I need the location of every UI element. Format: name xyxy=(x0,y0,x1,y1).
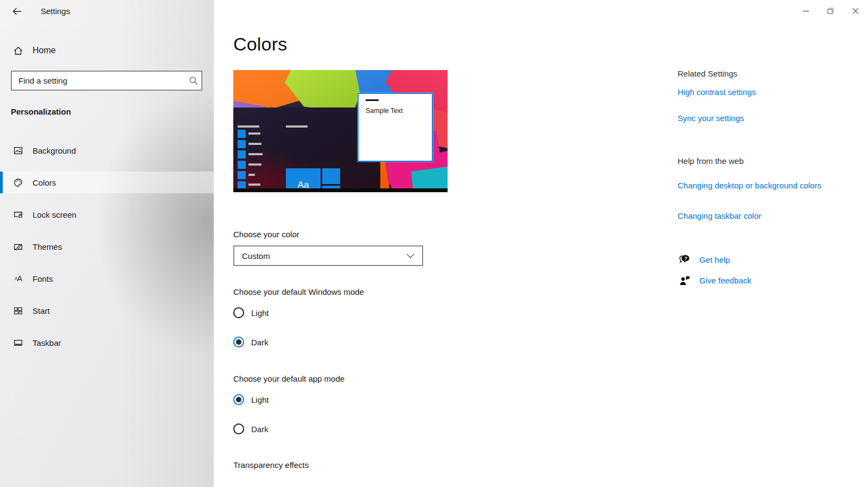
radio-label: Dark xyxy=(251,338,269,347)
chevron-down-icon xyxy=(406,254,414,258)
give-feedback-link[interactable]: Give feedback xyxy=(699,274,751,287)
choose-color-dropdown[interactable]: Custom xyxy=(233,245,423,266)
preview-taskbar xyxy=(233,188,448,192)
sidebar: Settings Home Personalization Background xyxy=(0,0,214,487)
colors-palette-icon xyxy=(13,178,23,188)
changing-desktop-colors-link[interactable]: Changing desktop or background colors xyxy=(678,179,823,192)
start-grid-icon xyxy=(13,306,23,316)
taskbar-icon xyxy=(13,338,23,348)
sidebar-item-label: Background xyxy=(33,146,76,155)
radio-selected-icon xyxy=(233,337,244,347)
search-box xyxy=(11,71,202,91)
radio-unselected-icon xyxy=(233,307,244,318)
lock-screen-icon xyxy=(13,210,23,220)
svg-text:?: ? xyxy=(684,255,687,261)
sidebar-item-fonts[interactable]: AA Fonts xyxy=(0,268,214,289)
sidebar-nav: Background Colors Lock screen Themes xyxy=(0,140,214,364)
minimize-button[interactable] xyxy=(793,0,818,22)
get-help-link[interactable]: Get help xyxy=(699,254,730,266)
content-pane: Colors xyxy=(214,0,868,487)
preview-window-title-dash xyxy=(366,99,379,101)
preview-sample-text: Sample Text xyxy=(366,107,403,115)
sync-your-settings-link[interactable]: Sync your settings xyxy=(678,112,744,124)
sidebar-item-label: Taskbar xyxy=(33,338,61,347)
sidebar-section-title: Personalization xyxy=(11,107,71,116)
app-mode-label: Choose your default app mode xyxy=(233,374,344,383)
help-from-web-title: Help from the web xyxy=(678,156,744,166)
sidebar-item-label: Themes xyxy=(33,242,62,251)
sidebar-item-taskbar[interactable]: Taskbar xyxy=(0,332,214,353)
search-input[interactable] xyxy=(12,76,185,85)
fonts-icon: AA xyxy=(13,274,23,284)
preview-sample-window: Sample Text xyxy=(358,93,433,162)
app-title: Settings xyxy=(41,7,70,16)
colors-preview-image: Aa Sample Text xyxy=(233,70,448,192)
windows-mode-label: Choose your default Windows mode xyxy=(233,287,364,296)
search-icon[interactable] xyxy=(185,76,201,85)
sidebar-item-label: Home xyxy=(33,46,56,55)
related-settings-title: Related Settings xyxy=(678,69,737,78)
window-controls xyxy=(793,0,868,22)
restore-button[interactable] xyxy=(818,0,843,22)
radio-unselected-icon xyxy=(233,423,244,434)
app-mode-light-radio[interactable]: Light xyxy=(233,394,269,405)
transparency-label: Transparency effects xyxy=(233,460,309,470)
choose-color-label: Choose your color xyxy=(233,230,299,239)
sidebar-item-label: Fonts xyxy=(33,274,53,283)
themes-icon xyxy=(13,242,23,252)
windows-mode-dark-radio[interactable]: Dark xyxy=(233,337,269,347)
sidebar-item-home[interactable]: Home xyxy=(0,40,214,61)
radio-label: Light xyxy=(251,308,269,318)
sidebar-item-label: Start xyxy=(33,306,50,315)
sidebar-item-label: Lock screen xyxy=(33,210,76,219)
home-icon xyxy=(13,46,23,56)
high-contrast-settings-link[interactable]: High contrast settings xyxy=(678,86,756,98)
radio-label: Light xyxy=(251,395,269,404)
back-arrow-icon xyxy=(12,7,22,16)
page-title: Colors xyxy=(233,34,287,55)
radio-selected-icon xyxy=(233,394,244,405)
sidebar-item-start[interactable]: Start xyxy=(0,300,214,321)
app-mode-dark-radio[interactable]: Dark xyxy=(233,423,269,434)
back-button[interactable] xyxy=(9,4,25,18)
background-image-icon xyxy=(13,146,23,156)
changing-taskbar-color-link[interactable]: Changing taskbar color xyxy=(678,210,761,222)
settings-window: Settings Home Personalization Background xyxy=(0,0,868,487)
sidebar-item-colors[interactable]: Colors xyxy=(0,172,214,193)
windows-mode-light-radio[interactable]: Light xyxy=(233,307,269,318)
sidebar-item-background[interactable]: Background xyxy=(0,140,214,161)
sidebar-item-label: Colors xyxy=(33,178,56,187)
get-help-row[interactable]: ? Get help xyxy=(678,254,730,266)
help-bubble-icon: ? xyxy=(678,254,692,266)
close-button[interactable] xyxy=(843,0,868,22)
give-feedback-row[interactable]: Give feedback xyxy=(678,274,751,287)
feedback-person-icon xyxy=(678,275,692,287)
choose-color-value: Custom xyxy=(242,251,406,261)
radio-label: Dark xyxy=(251,425,269,434)
sidebar-item-themes[interactable]: Themes xyxy=(0,236,214,257)
sidebar-item-lock-screen[interactable]: Lock screen xyxy=(0,204,214,225)
